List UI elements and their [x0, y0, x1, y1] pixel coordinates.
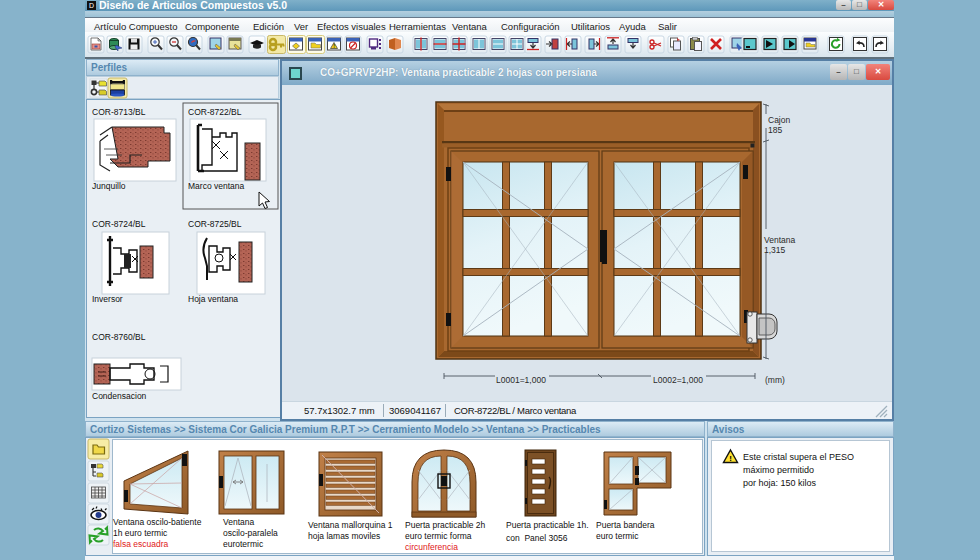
svg-text:COR-8725/BL: COR-8725/BL: [188, 219, 242, 229]
svg-text:Ventana: Ventana: [223, 517, 254, 527]
svg-text:euro termic forma: euro termic forma: [405, 531, 472, 541]
svg-text:185: 185: [768, 125, 782, 135]
svg-text:oscilo-paralela: oscilo-paralela: [223, 528, 278, 538]
svg-text:COR-8722/BL: COR-8722/BL: [188, 107, 242, 117]
svg-text:Puerta practicable 2h: Puerta practicable 2h: [405, 520, 486, 530]
svg-text:COR-8713/BL: COR-8713/BL: [92, 107, 146, 117]
svg-text:Hoja ventana: Hoja ventana: [188, 294, 238, 304]
svg-text:COR-8760/BL: COR-8760/BL: [92, 332, 146, 342]
svg-text:1h euro termic: 1h euro termic: [113, 528, 168, 538]
svg-text:eurotermic: eurotermic: [223, 539, 264, 549]
svg-text:Inversor: Inversor: [92, 294, 123, 304]
svg-text:falsa escuadra: falsa escuadra: [113, 539, 169, 549]
svg-text:Este cristal supera el PESO: Este cristal supera el PESO: [743, 452, 854, 462]
svg-text:Condensacion: Condensacion: [92, 391, 147, 401]
svg-text:L0002=1,000: L0002=1,000: [653, 375, 703, 385]
svg-text:Marco ventana: Marco ventana: [188, 181, 244, 191]
svg-text:máximo permitido: máximo permitido: [743, 465, 814, 475]
svg-text:hoja lamas moviles: hoja lamas moviles: [308, 531, 380, 541]
svg-text:1,315: 1,315: [764, 245, 786, 255]
svg-text:COR-8724/BL: COR-8724/BL: [92, 219, 146, 229]
svg-text:con Panel 3056: con Panel 3056: [506, 533, 568, 543]
svg-text:!: !: [729, 454, 732, 463]
svg-text:circunferencia: circunferencia: [405, 542, 458, 552]
svg-text:L0001=1,000: L0001=1,000: [496, 375, 546, 385]
svg-text:euro termic: euro termic: [596, 531, 639, 541]
svg-text:Puerta bandera: Puerta bandera: [596, 520, 655, 530]
svg-text:por hoja: 150 kilos: por hoja: 150 kilos: [743, 478, 817, 488]
svg-text:Cajon: Cajon: [768, 115, 790, 125]
svg-text:Puerta practicable 1h.: Puerta practicable 1h.: [506, 520, 589, 530]
svg-text:(mm): (mm): [765, 375, 785, 385]
svg-text:Ventana mallorquina 1: Ventana mallorquina 1: [308, 520, 393, 530]
svg-text:Junquillo: Junquillo: [92, 181, 126, 191]
svg-text:Ventana: Ventana: [764, 235, 795, 245]
svg-text:Ventana oscilo-batiente: Ventana oscilo-batiente: [113, 517, 202, 527]
